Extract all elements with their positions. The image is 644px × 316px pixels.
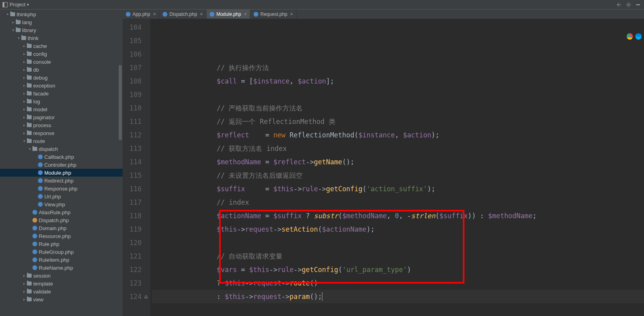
folder-cache[interactable]: ▸cache [0,42,123,50]
tab-request[interactable]: Request.php× [250,10,297,19]
folder-icon [26,282,32,286]
file-Callback.php[interactable]: Callback.php [0,153,123,161]
file-Dispatch.php[interactable]: Dispatch.php [0,216,123,224]
file-Module.php[interactable]: Module.php [0,169,123,177]
chrome-icon[interactable] [627,33,633,40]
php-file-icon [37,186,44,191]
folder-view[interactable]: ▸view [0,295,123,303]
gear-icon[interactable] [626,2,631,8]
file-Controller.php[interactable]: Controller.php [0,161,123,169]
chevron-right-icon[interactable]: ▸ [22,91,26,95]
file-Url.php[interactable]: Url.php [0,192,123,200]
tab-dispatch[interactable]: Dispatch.php× [159,10,206,19]
folder-icon [26,139,32,143]
chevron-down-icon[interactable]: ▾ [6,12,9,16]
folder-log[interactable]: ▸log [0,97,123,105]
folder-icon [26,84,32,88]
folder-validate[interactable]: ▸validate [0,287,123,295]
close-icon[interactable]: × [152,11,157,17]
code-line: $vars = $this->rule->getConfig('url_para… [152,263,644,276]
chevron-right-icon[interactable]: ▸ [22,44,26,48]
file-RuleGroup.php[interactable]: RuleGroup.php [0,248,123,256]
folder-dispatch[interactable]: ▾dispatch [0,145,123,153]
folder-db[interactable]: ▸db [0,66,123,74]
file-AliasRule.php[interactable]: AliasRule.php [0,208,123,216]
file-Domain.php[interactable]: Domain.php [0,224,123,232]
file-Rule.php[interactable]: Rule.php [0,240,123,248]
folder-session[interactable]: ▸session [0,272,123,280]
folder-debug[interactable]: ▸debug [0,74,123,82]
folder-route[interactable]: ▾route [0,137,123,145]
project-tool-window-button[interactable]: Project ▾ [0,0,31,9]
chevron-down-icon[interactable]: ▾ [22,139,26,143]
hide-icon[interactable] [635,2,641,8]
folder-paginator[interactable]: ▸paginator [0,113,123,121]
file-Resource.php[interactable]: Resource.php [0,232,123,240]
chevron-right-icon[interactable]: ▸ [22,131,26,135]
code-line: $actionName = $suffix ? substr($methodNa… [152,209,644,223]
folder-think[interactable]: ▾think [0,34,123,42]
tree-item-label: View.php [44,202,65,207]
folder-response[interactable]: ▸response [0,129,123,137]
php-file-icon [254,12,258,17]
chevron-right-icon[interactable]: ▸ [22,115,26,119]
chevron-right-icon[interactable]: ▸ [22,60,26,64]
chevron-down-icon[interactable]: ▾ [11,28,15,32]
chevron-right-icon[interactable]: ▸ [22,297,26,301]
chevron-right-icon[interactable]: ▸ [22,289,26,293]
topbar: Project ▾ [0,0,644,10]
close-icon[interactable]: × [243,11,248,17]
folder-lang[interactable]: ▸lang [0,18,123,26]
folder-icon [26,52,32,56]
file-RuleName.php[interactable]: RuleName.php [0,264,123,272]
folder-icon [26,44,32,48]
code-line: ? $this->request->route() [152,276,644,290]
chevron-right-icon[interactable]: ▸ [22,123,26,127]
php-file-icon [210,12,214,17]
file-View.php[interactable]: View.php [0,200,123,208]
tree-item-label: Dispatch.php [38,217,69,223]
chevron-down-icon[interactable]: ▾ [28,147,32,151]
chevron-right-icon[interactable]: ▸ [22,76,26,80]
php-file-icon [163,12,167,17]
tree-item-label: lang [21,19,32,25]
project-sidebar[interactable]: ▾thinkphp▸lang▾library▾think▸cache▸confi… [0,10,123,316]
sidebar-scrollbar[interactable] [119,65,122,140]
folder-icon [26,115,32,119]
folder-exception[interactable]: ▸exception [0,82,123,89]
file-Response.php[interactable]: Response.php [0,185,123,192]
folder-library[interactable]: ▾library [0,26,123,34]
chevron-down-icon[interactable]: ▾ [17,36,21,40]
chevron-right-icon[interactable]: ▸ [22,68,26,72]
folder-console[interactable]: ▸console [0,58,123,66]
folder-thinkphp[interactable]: ▾thinkphp [0,10,123,18]
chevron-right-icon[interactable]: ▸ [11,20,15,24]
tree-item-label: Rule.php [38,241,59,247]
folder-config[interactable]: ▸config [0,50,123,58]
tab-module[interactable]: Module.php× [206,10,250,19]
tree-item-label: library [21,27,36,33]
folder-process[interactable]: ▸process [0,121,123,129]
file-Redirect.php[interactable]: Redirect.php [0,177,123,185]
file-RuleItem.php[interactable]: RuleItem.php [0,256,123,264]
tree-item-label: template [32,281,53,287]
method-marker-icon[interactable] [142,293,150,300]
folder-facade[interactable]: ▸facade [0,89,123,97]
chevron-right-icon[interactable]: ▸ [22,107,26,111]
code-area[interactable]: // 执行操作方法 $call = [$instance, $action]; … [150,19,644,316]
chevron-right-icon[interactable]: ▸ [22,274,26,278]
line-number: 121 [123,249,150,263]
php-file-icon [37,202,44,207]
edge-icon[interactable] [635,33,642,40]
chevron-right-icon[interactable]: ▸ [22,84,26,88]
close-icon[interactable]: × [199,11,204,17]
folder-model[interactable]: ▸model [0,105,123,113]
chevron-right-icon[interactable]: ▸ [22,99,26,103]
close-icon[interactable]: × [289,11,294,17]
collapse-icon[interactable] [616,2,622,8]
tree-item-label: Domain.php [38,225,66,231]
tab-app[interactable]: App.php× [123,10,159,19]
chevron-right-icon[interactable]: ▸ [22,282,26,286]
folder-template[interactable]: ▸template [0,280,123,287]
chevron-right-icon[interactable]: ▸ [22,52,26,56]
